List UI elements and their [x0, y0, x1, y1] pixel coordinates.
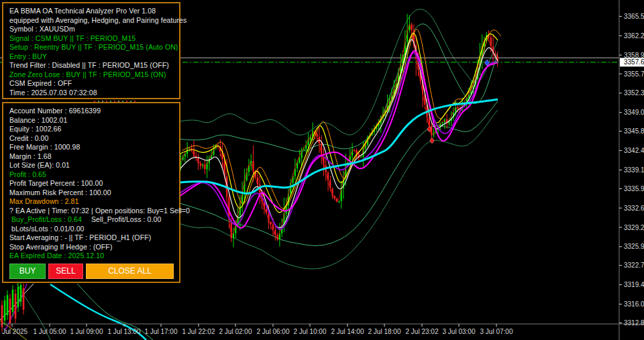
y-axis-label: 3358.930: [624, 52, 644, 59]
x-axis-label: 2 Jul 06:00: [257, 328, 290, 335]
panel-line: Symbol : XAUUSDm: [9, 25, 179, 34]
panel-line: ? EA Active | Time: 07:32 | Open positio…: [9, 207, 179, 216]
corner-candle-body: [12, 290, 14, 312]
panel-line-text: Time : 2025.07.03 07:32:08: [9, 89, 97, 97]
buy-button[interactable]: BUY: [9, 264, 46, 279]
y-axis-label: 3365.580: [624, 13, 644, 20]
x-axis-label: 1 Jul 05:00: [34, 328, 66, 335]
panel-line-text: Signal : CSM BUY || TF : PERIOD_M15: [9, 34, 136, 42]
y-axis-label: 3329.290: [624, 224, 644, 231]
panel-line-text: Symbol : XAUUSDm: [9, 25, 75, 33]
y-axis-label: 3345.820: [624, 127, 644, 135]
panel-line-text: Profit : 0.65: [9, 170, 46, 178]
panel-line-text: Trend Filter : Disabled || TF : PERIOD_M…: [9, 61, 169, 69]
y-axis-label: 3319.410: [624, 281, 644, 288]
panel-line: Start Averaging : - || TF : PERIOD_H1 (O…: [9, 233, 179, 243]
panel-line-text: Stop Averaging If Hedge : (OFF): [9, 243, 112, 251]
candle-body: [303, 149, 305, 150]
panel-line-text: Sell_Profit/Loss : 0.00: [91, 215, 161, 223]
panel-line: EA Expired Date : 2025.12.10: [9, 251, 179, 261]
account-info-panel: Account Number : 69616399Balance : 1002.…: [2, 102, 180, 283]
x-axis-label: 2 Jul 10:00: [294, 328, 327, 335]
panel-line-text: Lot Size (EA): 0.01: [9, 161, 70, 169]
y-axis-label: 3342.495: [624, 147, 644, 154]
mt4-chart-window: 3365.5803362.2553358.9303355.7003352.375…: [0, 0, 644, 340]
panel-line-text: bLots/sLots : 0.01/0.00: [9, 225, 85, 233]
y-axis-label: 3335.940: [624, 185, 644, 192]
candle-body: [191, 148, 193, 150]
x-axis-label: 2 Jul 02:00: [219, 328, 252, 335]
sell-button[interactable]: SELL: [48, 264, 83, 279]
panel-line-text: EA BBMA OA Technical Analyzer Pro Ver 1.…: [9, 7, 156, 15]
x-axis-label: 1 Jul 17:00: [145, 328, 178, 335]
panel-line-text: equipped with Averaging, Hedging, and Pa…: [9, 16, 186, 24]
panel-line-text: Setup : Reentry BUY || TF : PERIOD_M15 (…: [9, 43, 178, 51]
candle-body: [299, 158, 300, 163]
panel-line-text: Free Margin : 1000.98: [9, 143, 80, 151]
panel-line: Lot Size (EA): 0.01: [9, 161, 179, 170]
candle-body: [297, 163, 298, 168]
x-axis-label: 1 Jul 2025: [0, 328, 28, 335]
x-axis-label: 2 Jul 18:00: [368, 328, 401, 335]
x-axis-label: 1 Jul 22:02: [182, 328, 215, 335]
panel-line-text: Maximum Risk Percent : 100.00: [9, 188, 111, 196]
panel-line: Time : 2025.07.03 07:32:08: [9, 89, 179, 98]
panel-line-text: CSM Expired : OFF: [9, 79, 72, 87]
y-axis-label: 3339.170: [624, 166, 644, 174]
panel-line: Profit : 0.65: [9, 170, 179, 180]
x-axis-label: 2 Jul 23:02: [406, 328, 439, 335]
candle-body: [360, 157, 362, 158]
y-axis-label: 3322.735: [624, 262, 644, 269]
x-axis-label: 1 Jul 09:00: [70, 328, 103, 335]
x-axis-label: 2 Jul 14:00: [331, 328, 364, 335]
candle-body: [336, 199, 337, 201]
candle-body: [442, 123, 443, 123]
corner-candle-body: [9, 298, 11, 323]
panel-line-text: Balance : 1002.01: [9, 116, 67, 124]
panel-line: Stop Averaging If Hedge : (OFF): [9, 243, 179, 252]
y-axis-label: 3312.855: [624, 319, 644, 327]
candle-body: [272, 224, 274, 229]
panel-line-text: Max Drawdown : 2.81: [9, 197, 78, 205]
panel-line-text: Credit : 0.00: [9, 134, 49, 142]
corner-candle-body: [7, 295, 9, 315]
panel-line: Setup : Reentry BUY || TF : PERIOD_M15 (…: [9, 43, 179, 52]
panel-line-text: Equity : 1002.66: [9, 125, 62, 133]
candle-body: [338, 201, 339, 202]
panel-line: Free Margin : 1000.98: [9, 143, 179, 152]
panel-line-text: Entry : BUY: [9, 52, 47, 60]
panel-line-text: Buy_Profit/Loss : 0.64: [9, 215, 82, 223]
panel-line-text: Account Number : 69616399: [9, 107, 101, 115]
current-price-label: 3357.689: [624, 58, 644, 66]
y-axis-label: 3332.615: [624, 205, 644, 212]
panel-line: bLots/sLots : 0.01/0.00: [9, 225, 179, 234]
panel-line: Zone Zero Lose : BUY || TF : PERIOD_M15 …: [9, 70, 179, 80]
panel-line: Entry : BUY: [9, 52, 179, 62]
panel-line-text: ? EA Active | Time: 07:32 | Open positio…: [9, 207, 190, 215]
corner-candle-body: [4, 300, 6, 321]
panel-line: Account Number : 69616399: [9, 107, 179, 116]
panel-line: Buy_Profit/Loss : 0.64Sell_Profit/Loss :…: [9, 215, 179, 225]
trade-button-row: BUY SELL CLOSE ALL: [9, 264, 174, 279]
panel-line: Maximum Risk Percent : 100.00: [9, 188, 179, 198]
panel-line-text: Margin : 1.68: [9, 152, 52, 160]
x-axis-label: 1 Jul 13:00: [108, 328, 141, 335]
panel-line: Max Drawdown : 2.81: [9, 197, 179, 207]
panel-line: Margin : 1.68: [9, 152, 179, 162]
corner-candle-body: [15, 294, 17, 319]
y-axis-label: 3325.965: [624, 243, 644, 250]
panel-line: EA BBMA OA Technical Analyzer Pro Ver 1.…: [9, 7, 179, 16]
y-axis-label: 3316.085: [624, 300, 644, 308]
panel-line: Credit : 0.00: [9, 134, 179, 144]
close-all-button[interactable]: CLOSE ALL: [86, 264, 174, 279]
y-axis-label: 3352.375: [624, 89, 644, 97]
panel-line-text: EA Expired Date : 2025.12.10: [9, 251, 104, 260]
x-axis-label: 3 Jul 07:00: [480, 328, 513, 335]
panel-line-text: Start Averaging : - || TF : PERIOD_H1 (O…: [9, 233, 151, 241]
corner-candle-body: [20, 285, 22, 302]
panel-line-text: Zone Zero Lose : BUY || TF : PERIOD_M15 …: [9, 70, 166, 78]
corner-candle-body: [23, 288, 25, 310]
y-axis-label: 3349.050: [624, 109, 644, 116]
y-axis-label: 3355.700: [624, 70, 644, 78]
panel-line-text: Profit Target Percent : 100.00: [9, 179, 103, 187]
